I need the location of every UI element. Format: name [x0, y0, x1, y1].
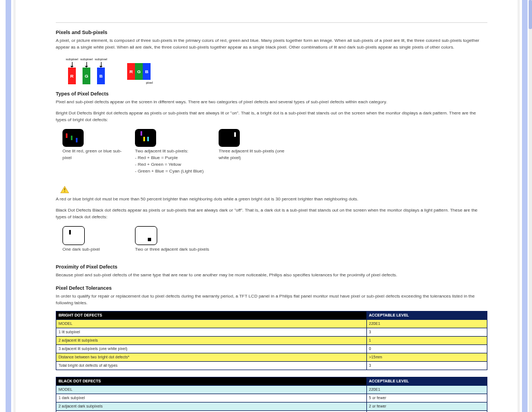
black-dot-samples: One dark sub-pixel Two or three adjacent…: [62, 226, 487, 257]
caption: One dark sub-pixel: [62, 246, 124, 253]
sample-one-lit: One lit red, green or blue sub-pixel: [62, 129, 124, 179]
page-viewport: Pixels and Sub-pixels A pixel, or pictur…: [0, 0, 532, 412]
table-black-defects: BLACK DOT DEFECTS ACCEPTABLE LEVEL MODEL…: [56, 377, 487, 412]
table-row: MODEL220E1: [56, 386, 487, 394]
sample-three-lit: Three adjacent lit sub-pixels (one white…: [219, 129, 291, 179]
subpixel-label: subpixel: [66, 58, 78, 61]
body-text: Bright Dot Defects Bright dot defects ap…: [56, 110, 487, 123]
section-title-tolerances: Pixel Defect Tolerances: [56, 285, 487, 291]
caution-icon: [60, 186, 69, 194]
joined-pixel: R G B pixel: [127, 63, 151, 84]
caption: Two or three adjacent dark sub-pixels: [135, 246, 219, 253]
document-content: Pixels and Sub-pixels A pixel, or pictur…: [56, 0, 487, 412]
caption: Two adjacent lit sub-pixels: - Red + Blu…: [135, 148, 207, 175]
subpixel-red: R: [68, 68, 76, 84]
body-text: Pixel and sub-pixel defects appear on th…: [56, 99, 487, 106]
body-text: A pixel, or picture element, is composed…: [56, 37, 487, 51]
dot-green: [71, 136, 72, 140]
section-title-proximity: Proximity of Pixel Defects: [56, 264, 487, 270]
table-bright-defects: BRIGHT DOT DEFECTS ACCEPTABLE LEVEL MODE…: [56, 311, 487, 370]
body-text: In order to qualify for repair or replac…: [56, 293, 487, 306]
table-row: 1 lit subpixel3: [56, 328, 487, 337]
subpixel-red: R: [127, 63, 135, 80]
subpixel-blue: B: [143, 63, 151, 80]
dot-purple: [141, 131, 142, 136]
scrollbar-track[interactable]: [529, 0, 532, 412]
section-title-pixels: Pixels and Sub-pixels: [56, 30, 487, 35]
arrow-down-icon: [86, 62, 87, 66]
left-inner-shade: [13, 0, 16, 412]
table-header: ACCEPTABLE LEVEL: [366, 312, 487, 320]
pixel-diagram: subpixel R subpixel G subpixel B: [66, 58, 487, 84]
table-header: BRIGHT DOT DEFECTS: [56, 312, 367, 320]
right-margin-bar: [522, 0, 528, 412]
bright-dot-samples: One lit red, green or blue sub-pixel Two…: [62, 129, 487, 179]
arrow-down-icon: [72, 62, 72, 66]
dot-cyan: [147, 137, 149, 141]
dot-red: [66, 133, 67, 138]
sample-multi-dark: Two or three adjacent dark sub-pixels: [135, 226, 219, 257]
subpixel-blue: B: [97, 68, 105, 84]
caption: Three adjacent lit sub-pixels (one white…: [219, 148, 291, 161]
subpixel-label: subpixel: [95, 58, 107, 61]
table-row: MODEL220E1: [56, 320, 487, 328]
body-text: Because pixel and sub-pixel defects of t…: [56, 272, 487, 279]
svg-rect-1: [64, 188, 65, 190]
dot-white: [234, 132, 236, 137]
dot-yellow: [143, 137, 145, 141]
divider: [56, 22, 487, 23]
body-text: Black Dot Defects Black dot defects appe…: [56, 207, 487, 221]
table-row: 1 dark subpixel5 or fewer: [56, 394, 487, 403]
table-header: BLACK DOT DEFECTS: [56, 377, 367, 386]
table-header: ACCEPTABLE LEVEL: [366, 377, 487, 386]
dot-blue: [76, 138, 78, 142]
subpixel-green: G: [83, 68, 90, 84]
pixel-label: pixel: [146, 81, 153, 84]
sample-two-lit: Two adjacent lit sub-pixels: - Red + Blu…: [135, 129, 207, 179]
table-row: Distance between two bright dot defects*…: [56, 353, 487, 362]
arrow-down-icon: [101, 62, 101, 66]
scrollbar-thumb[interactable]: [529, 0, 532, 29]
svg-rect-2: [64, 191, 65, 191]
table-row: 2 adjacent lit subpixels1: [56, 337, 487, 345]
section-title-types: Types of Pixel Defects: [56, 91, 487, 97]
table-row: 2 adjacent dark subpixels2 or fewer: [56, 403, 487, 411]
table-row: 3 adjacent lit subpixels (one white pixe…: [56, 345, 487, 353]
separated-subpixels: subpixel R subpixel G subpixel B: [66, 58, 107, 84]
left-margin-bar: [6, 0, 11, 412]
subpixel-label: subpixel: [80, 58, 93, 61]
right-inner-shade: [518, 0, 520, 412]
note-text: A red or blue bright dot must be more th…: [56, 196, 487, 203]
dot-dark: [148, 238, 151, 241]
caption: One lit red, green or blue sub-pixel: [62, 148, 124, 161]
sample-one-dark: One dark sub-pixel: [62, 226, 124, 257]
table-row: Total bright dot defects of all types3: [56, 362, 487, 370]
subpixel-green: G: [135, 63, 143, 80]
dot-dark: [69, 230, 71, 234]
